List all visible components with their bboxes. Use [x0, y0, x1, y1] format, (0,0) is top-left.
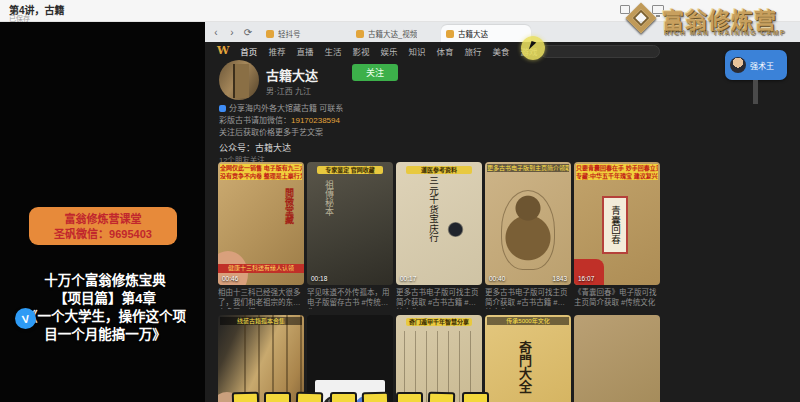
nav-item-travel[interactable]: 旅行 [464, 45, 481, 57]
mascot-avatar [730, 57, 746, 73]
thumb-overlay-text: 专家鉴定 官网收藏 [317, 166, 383, 174]
book-spines-decor [244, 315, 304, 402]
like-count: 1843 [553, 275, 567, 282]
floating-mascot-widget[interactable]: 强术王 [725, 50, 787, 80]
tab-favicon [446, 30, 454, 38]
screen: 第4讲，古籍 已保存 富翁修炼营 RICH MAN TRAINING CAMP … [0, 0, 800, 402]
thumb-overlay-text: 全网仅此一销售 电子版有九三六 [220, 164, 302, 172]
video-card[interactable]: 奇门遁甲千年智慧分享 [396, 315, 482, 402]
thumb-banner-text: 健康十三科送有缘人认领 [218, 264, 304, 273]
thumb-overlay-text: 线装古籍孤本合集 [220, 317, 302, 325]
video-caption: 更多古书电子版可找主页简介获取 #古书古籍 #传统文化 [396, 288, 482, 309]
thumb-overlay-text: 更多古书电子版到主页简介领取 [487, 164, 569, 172]
tab-favicon [266, 30, 274, 38]
thumb-book-text: 閲微堂藏 [283, 188, 296, 224]
site-nav: W 首页 推荐 直播 生活 影视 娱乐 知识 体育 旅行 美食 游戏 音乐 [217, 44, 566, 57]
forward-icon[interactable]: › [227, 27, 237, 38]
video-thumbnail[interactable] [574, 315, 660, 402]
video-caption: 相由十三科已经强大很多了，我们和老祖宗的东西太多了，慢… [218, 288, 304, 309]
thumb-book-text: 奇門大全 [515, 341, 534, 393]
clipped-subtitle-glyph [428, 392, 456, 402]
video-card[interactable] [307, 315, 393, 402]
video-card[interactable]: 更多古书电子版到主页简介领取 00:40 1843 更多古书电子版可找主页简介获… [485, 162, 571, 309]
nav-item-home[interactable]: 首页 [240, 45, 257, 57]
book-title-label: 青囊回春 [602, 196, 628, 254]
nav-item-live[interactable]: 直播 [296, 45, 313, 57]
profile-name: 古籍大迏 [266, 65, 318, 84]
video-card[interactable]: 全网仅此一销售 电子版有九三六 没有竞争不内卷 整理是土豪行为 閲微堂藏 健康十… [218, 162, 304, 309]
site-page: W 首页 推荐 直播 生活 影视 娱乐 知识 体育 旅行 美食 游戏 音乐 古籍… [205, 42, 800, 402]
site-logo-icon: W [217, 44, 229, 57]
thumb-book-text: 三元千货宝庆行 [426, 176, 440, 243]
nav-item-movies[interactable]: 影视 [352, 45, 369, 57]
cursor-icon [529, 41, 539, 52]
thumb-overlay-text: 只要青囊回春在手 妙手回春立见效 [576, 164, 658, 172]
nav-item-food[interactable]: 美食 [493, 45, 510, 57]
profile-bio: 分享海内外各大馆藏古籍 可联系 彩版古书请加微信：19170238594 关注后… [219, 103, 419, 139]
clipped-subtitle-glyph [264, 392, 291, 402]
video-thumbnail[interactable]: 全网仅此一销售 电子版有九三六 没有竞争不内卷 整理是土豪行为 閲微堂藏 健康十… [218, 162, 304, 285]
watermark-logo-icon [625, 2, 656, 33]
video-caption: 《青囊回春》电子版可找主页简介获取 #传统文化 [574, 288, 660, 309]
video-duration: 16:07 [578, 275, 594, 282]
bio-text: 彩版古书请加微信： [219, 116, 291, 125]
tab-label: 轻抖号 [278, 28, 301, 39]
profile-meta: 男·江西 九江 [266, 85, 311, 96]
official-account-line: 公众号：古籍大迏 [219, 141, 291, 154]
bio-line-2: 彩版古书请加微信：19170238594 [219, 115, 419, 127]
thumb-overlay-text: 传承5000年文化 [487, 317, 569, 325]
nav-item-life[interactable]: 生活 [324, 45, 341, 57]
video-card[interactable]: 专家鉴定 官网收藏 祖傳秘本 00:18 罕见味道不外传孤本，用电子版留存古书 … [307, 162, 393, 309]
video-thumbnail[interactable] [307, 315, 393, 402]
video-card[interactable]: 道医参考资料 三元千货宝庆行 00:17 更多古书电子版可找主页简介获取 #古书… [396, 162, 482, 309]
video-thumbnail[interactable]: 线装古籍孤本合集 [218, 315, 304, 402]
nav-item-sports[interactable]: 体育 [436, 45, 453, 57]
browser-window: ‹ › ⟳ 轻抖号 古籍大迏_视频 古籍大迏 W 首页 推荐 直播 [205, 22, 800, 402]
video-duration: 00:46 [222, 275, 238, 282]
video-card[interactable]: 传承5000年文化 奇門大全 [485, 315, 571, 402]
video-duration: 00:40 [489, 275, 505, 282]
nav-item-knowledge[interactable]: 知识 [408, 45, 425, 57]
tab-label: 古籍大迏 [458, 28, 488, 39]
nav-item-fun[interactable]: 娱乐 [380, 45, 397, 57]
browser-tab-1[interactable]: 轻抖号 [261, 25, 351, 42]
clipped-subtitle-glyph [232, 392, 260, 402]
video-thumbnail[interactable]: 道医参考资料 三元千货宝庆行 00:17 [396, 162, 482, 285]
thumb-book-text: 祖傳秘本 [323, 180, 336, 216]
browser-tab-2[interactable]: 古籍大迏_视频 [351, 25, 441, 42]
wechat-id: 19170238594 [291, 116, 340, 125]
video-card[interactable] [574, 315, 660, 402]
mascot-pole-decor [753, 80, 758, 104]
course-title: 十万个富翁修炼宝典 【项目篇】第4章 《一个大学生，操作这个项 目一个月能搞一万… [0, 272, 210, 344]
video-caption: 罕见味道不外传孤本，用电子版留存古书 #传统文化 [307, 288, 393, 309]
video-duration: 00:17 [400, 275, 416, 282]
back-icon[interactable]: ‹ [211, 27, 221, 38]
clipped-subtitle-glyph [462, 392, 489, 402]
nav-item-recommend[interactable]: 推荐 [268, 45, 285, 57]
watermark-subtitle: RICH MAN TRAINING CAMP [664, 29, 786, 36]
promo-line2: 圣矾微信：9695403 [54, 227, 152, 241]
video-duration: 00:18 [311, 275, 327, 282]
course-slide: 富翁修炼营课堂 圣矾微信：9695403 十万个富翁修炼宝典 【项目篇】第4章 … [0, 22, 205, 402]
video-card[interactable]: 只要青囊回春在手 妙手回春立见效 专藏:中华五千年瑰宝 建议复兴! 青囊回春 1… [574, 162, 660, 309]
clipped-subtitle-glyph [396, 392, 423, 402]
tab-favicon [356, 30, 364, 38]
video-grid: 全网仅此一销售 电子版有九三六 没有竞争不内卷 整理是土豪行为 閲微堂藏 健康十… [218, 162, 660, 402]
follow-button[interactable]: 关注 [352, 64, 398, 81]
browser-tab-3-active[interactable]: 古籍大迏 [441, 25, 531, 42]
avatar[interactable] [219, 60, 259, 100]
thumb-overlay-text: 道医参考资料 [406, 166, 472, 174]
refresh-icon[interactable]: ⟳ [243, 27, 253, 38]
video-card[interactable]: 线装古籍孤本合集 [218, 315, 304, 402]
thumb-book-text: 青囊回春 [608, 206, 622, 244]
video-thumbnail[interactable]: 奇门遁甲千年智慧分享 [396, 315, 482, 402]
course-line1: 十万个富翁修炼宝典 [0, 272, 210, 290]
bio-text: 分享海内外各大馆藏古籍 可联系 [229, 104, 343, 113]
video-thumbnail[interactable]: 专家鉴定 官网收藏 祖傳秘本 00:18 [307, 162, 393, 285]
course-line4: 目一个月能搞一万》 [0, 326, 210, 344]
video-thumbnail[interactable]: 传承5000年文化 奇門大全 [485, 315, 571, 402]
thumb-overlay-text: 奇门遁甲千年智慧分享 [406, 318, 472, 326]
promo-box: 富翁修炼营课堂 圣矾微信：9695403 [29, 207, 177, 245]
video-thumbnail[interactable]: 只要青囊回春在手 妙手回春立见效 专藏:中华五千年瑰宝 建议复兴! 青囊回春 1… [574, 162, 660, 285]
video-thumbnail[interactable]: 更多古书电子版到主页简介领取 00:40 1843 [485, 162, 571, 285]
